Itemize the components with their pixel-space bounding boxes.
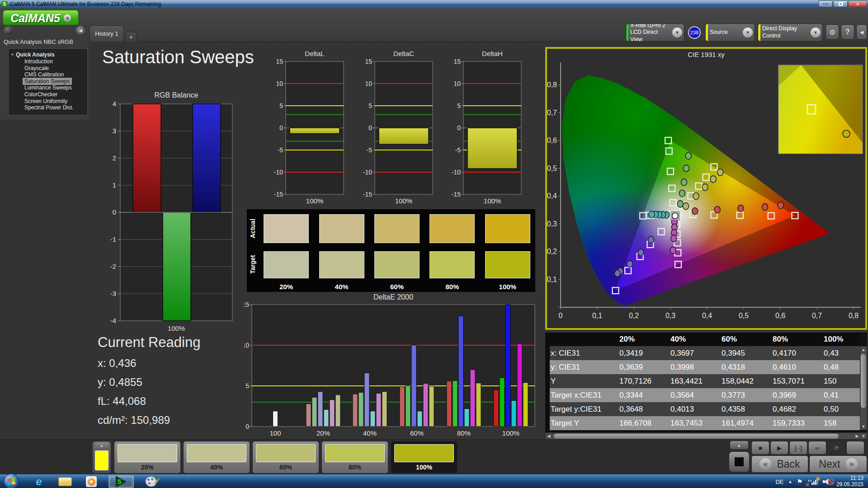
calman-window: 5 CalMAN 5 CalMAN Ultimate for Business … — [0, 0, 868, 488]
chevron-left-icon: ◀ — [79, 28, 82, 33]
taskbar-calman[interactable]: 5 — [108, 475, 134, 488]
svg-text:-10: -10 — [274, 169, 283, 176]
svg-text:15: 15 — [453, 58, 461, 65]
current-patch-swatch[interactable] — [95, 450, 108, 470]
svg-text:15: 15 — [276, 58, 283, 65]
svg-text:0: 0 — [559, 312, 563, 319]
restore-button[interactable] — [833, 0, 848, 7]
svg-text:20%: 20% — [316, 429, 330, 437]
folder-icon — [58, 477, 72, 486]
table-header-row: 20%40%60%80%100% — [545, 333, 860, 346]
svg-text:100%: 100% — [306, 197, 323, 205]
patch-button-40%[interactable]: 40% — [183, 441, 250, 474]
calman-icon: 5 — [116, 476, 127, 488]
paint-icon — [146, 477, 156, 487]
taskbar-clock[interactable]: 11:13 29.05.2015 — [836, 475, 867, 488]
logo-dropdown-icon: ▼ — [64, 14, 71, 22]
scroll-corner-icon[interactable]: ▼ — [860, 433, 867, 439]
extra-button[interactable] — [846, 441, 864, 455]
single-measure-button[interactable]: [··] — [789, 441, 807, 455]
back-button[interactable]: « Back — [751, 455, 808, 473]
svg-text:3: 3 — [113, 127, 116, 135]
patch-panel-expand-button[interactable]: ▲ — [95, 442, 108, 450]
meter-name: X-Rite i1Pro 2 — [630, 23, 670, 29]
delta-h-chart: DeltaH-15-10-5051015100% — [448, 50, 525, 210]
network-icon[interactable]: ✱ — [811, 479, 818, 485]
swatch-col-label: 20% — [259, 281, 314, 292]
target-swatch — [374, 251, 420, 278]
sidebar-bullet-button[interactable] — [4, 26, 14, 36]
svg-text:10: 10 — [365, 80, 372, 87]
continuous-button[interactable]: ∞ — [808, 441, 826, 455]
volume-muted-icon[interactable]: ⃠ — [823, 479, 830, 485]
pattern-window-button[interactable] — [728, 451, 750, 473]
start-button[interactable] — [4, 474, 19, 488]
patch-button-20%[interactable]: 20% — [114, 441, 181, 474]
patch-button-80%[interactable]: 80% — [321, 441, 388, 474]
help-button[interactable]: ? — [841, 24, 854, 40]
reading-y: y: 0,4855 — [98, 376, 200, 389]
tab-add-button[interactable]: + — [125, 32, 137, 42]
reading-fl: fL: 44,068 — [98, 395, 200, 408]
windows-logo-icon — [8, 478, 15, 485]
settings-button[interactable]: ⚙ — [826, 24, 839, 40]
swatch-col-label: 80% — [425, 281, 480, 292]
svg-text:0,7: 0,7 — [812, 312, 822, 319]
taskbar-internet-explorer[interactable]: e — [26, 475, 52, 488]
scroll-left-icon[interactable]: ◀ — [546, 433, 552, 439]
minimize-button[interactable] — [818, 0, 833, 7]
svg-text:0,2: 0,2 — [629, 312, 639, 319]
sidebar-collapse-button[interactable]: ◀ — [76, 26, 85, 35]
meter-mode: LCD Direct View — [630, 29, 670, 42]
svg-text:-10: -10 — [452, 169, 461, 176]
close-button[interactable]: ✕ — [848, 0, 867, 7]
svg-text:0,6: 0,6 — [775, 312, 785, 319]
calman-logo-menu[interactable]: CalMAN5 ▼ — [3, 10, 79, 26]
table-vertical-scrollbar[interactable]: ▲ ▼ — [860, 346, 867, 430]
scroll-up-icon[interactable]: ▲ — [860, 347, 867, 353]
svg-text:0,4: 0,4 — [547, 192, 557, 200]
svg-text:-10: -10 — [363, 169, 372, 176]
taskbar-paint[interactable] — [138, 475, 164, 488]
action-center-flag-icon[interactable]: ⚑ — [797, 478, 802, 485]
svg-text:0: 0 — [368, 124, 372, 131]
svg-text:5: 5 — [245, 382, 249, 389]
svg-text:DeltaE 2000: DeltaE 2000 — [373, 293, 413, 301]
taskbar-media-player[interactable] — [79, 475, 104, 488]
patch-button-100%[interactable]: 100% — [391, 441, 458, 474]
delta-c-chart: DeltaC-15-10-5051015100% — [359, 50, 436, 210]
actual-swatch — [429, 214, 475, 243]
target-swatch — [485, 251, 530, 278]
refresh-button[interactable]: ⟳ — [827, 441, 845, 455]
table-row: Target x:CIE310,33440,35640,37730,39690,… — [545, 388, 860, 402]
actual-swatch — [374, 214, 420, 243]
svg-text:4: 4 — [113, 100, 116, 108]
bottom-bar: ▲ 20%40%60%80%100% ▲ ■▶[··]∞⟳ « Back Nex… — [0, 439, 868, 474]
tab-history-1[interactable]: History 1 — [90, 25, 124, 42]
show-hidden-icons[interactable]: ▲ — [788, 479, 792, 484]
source-dropdown[interactable]: Source ▼ — [705, 23, 755, 42]
stop-button[interactable]: ■ — [751, 441, 769, 455]
svg-text:0,1: 0,1 — [547, 276, 557, 283]
patch-button-60%[interactable]: 60% — [252, 441, 319, 474]
scroll-right-icon[interactable]: ▶ — [854, 433, 860, 439]
svg-text:100%: 100% — [484, 197, 501, 205]
table-row: Target Y166,6708163,7453161,4974159,7333… — [545, 416, 860, 430]
meter-dropdown[interactable]: X-Rite i1Pro 2 LCD Direct View ▼ — [626, 23, 684, 42]
collapse-right-panel-button[interactable]: ◀ — [856, 24, 867, 40]
taskbar-explorer[interactable] — [52, 475, 78, 488]
svg-text:0,2: 0,2 — [547, 248, 557, 255]
scroll-down-icon[interactable]: ▼ — [860, 423, 867, 430]
next-button[interactable]: Next » — [809, 455, 867, 473]
logo-label: CalMAN5 — [10, 12, 60, 25]
language-indicator[interactable]: DE — [775, 479, 783, 485]
title-bar: 5 CalMAN 5 CalMAN Ultimate for Business … — [0, 0, 868, 8]
svg-text:0,6: 0,6 — [547, 136, 557, 144]
display-control-dropdown[interactable]: Direct Display Control ▼ — [758, 23, 823, 42]
pattern-square-icon — [735, 457, 744, 466]
pattern-stack: ▲ — [728, 441, 750, 474]
current-reading-title: Current Reading — [98, 334, 200, 351]
page-title: Saturation Sweeps — [102, 47, 254, 67]
pattern-expand-button[interactable]: ▲ — [730, 441, 749, 450]
play-button[interactable]: ▶ — [770, 441, 788, 455]
